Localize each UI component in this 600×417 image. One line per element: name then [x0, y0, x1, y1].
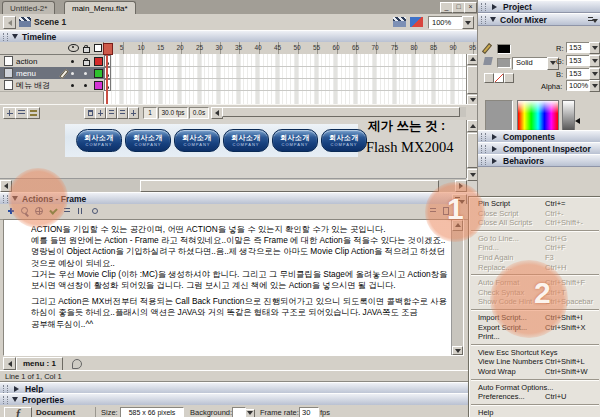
onion-skin-outlines-button[interactable] [117, 107, 128, 119]
stage-nav-button[interactable]: 회사소개COMPANY [125, 129, 171, 152]
layer-lock-dot[interactable] [84, 72, 87, 75]
edit-scene-icon[interactable] [393, 17, 406, 27]
back-button[interactable] [3, 16, 16, 29]
scroll-thumb[interactable] [140, 180, 439, 192]
layer-outline-color[interactable] [94, 57, 103, 66]
panel-grip[interactable] [481, 16, 486, 24]
outline-layers-icon[interactable] [94, 44, 102, 52]
insert-layer-folder-button[interactable] [27, 107, 40, 119]
scroll-thumb[interactable] [222, 107, 460, 117]
pin-script-icon[interactable] [72, 359, 82, 369]
stage-nav-button[interactable]: 회사소개COMPANY [76, 129, 122, 152]
show-code-hint-icon[interactable] [76, 206, 86, 216]
center-frame-button[interactable] [95, 107, 106, 119]
fill-style-dropdown[interactable]: Solid [512, 57, 551, 70]
panel-grip[interactable] [3, 195, 8, 203]
auto-format-icon[interactable] [62, 206, 72, 216]
tab-main-menu-fla[interactable]: main_Menu.fla* [64, 1, 136, 15]
channel-stepper-icon[interactable] [589, 55, 600, 67]
stage-horizontal-scrollbar[interactable] [0, 178, 466, 192]
panel-grip[interactable] [481, 3, 486, 11]
panel-grip[interactable] [481, 133, 486, 141]
stage-nav-button[interactable]: 회사소개COMPANY [174, 129, 220, 152]
stage-nav-button[interactable]: 회사소개COMPANY [272, 129, 318, 152]
show-hide-layers-icon[interactable] [68, 44, 79, 52]
channel-value-input[interactable]: 153 [566, 42, 591, 53]
background-color-swatch[interactable] [232, 407, 246, 417]
layer-visible-dot[interactable] [71, 60, 74, 63]
fill-color-swatch[interactable] [497, 58, 511, 68]
frame-grid[interactable] [104, 54, 466, 104]
script-nav-back-icon[interactable] [3, 357, 16, 370]
layer-name[interactable]: 메뉴 배경 [16, 80, 50, 91]
edit-multiple-frames-button[interactable] [128, 107, 139, 119]
close-button[interactable]: × [464, 2, 477, 13]
add-statement-icon[interactable] [6, 206, 16, 216]
onion-skin-button[interactable] [106, 107, 117, 119]
channel-value-input[interactable]: 153 [566, 68, 591, 79]
timeline-layer-row[interactable]: 메뉴 배경 [0, 79, 104, 92]
timeline-frames[interactable]: 5101520253035404550556065707580859095 [104, 42, 478, 104]
document-size-button[interactable]: 585 x 66 pixels [120, 407, 184, 417]
frame-rate-input[interactable]: 30 [299, 407, 319, 417]
menu-item-word-wrap[interactable]: Word WrapCtrl+Shift+W [469, 367, 600, 377]
channel-value-input[interactable]: 153 [566, 55, 591, 66]
playhead[interactable] [103, 43, 113, 55]
fill-bucket-icon[interactable] [483, 57, 493, 65]
stage-nav-button[interactable]: 회사소개COMPANY [321, 129, 367, 152]
stroke-pencil-icon[interactable] [482, 43, 492, 54]
lock-layers-icon[interactable] [83, 47, 90, 53]
check-syntax-icon[interactable] [48, 206, 58, 216]
menu-item-pin-script[interactable]: Pin ScriptCtrl+= [469, 199, 600, 209]
hscroll-left-icon[interactable] [0, 180, 12, 192]
layer-name[interactable]: menu [16, 69, 36, 78]
find-icon[interactable] [20, 206, 30, 216]
menu-item-export-script[interactable]: Export Script...Ctrl+Shift+X [469, 323, 600, 333]
project-panel-header[interactable]: Project [478, 0, 600, 13]
scroll-up-icon[interactable] [452, 220, 463, 231]
script-vertical-scrollbar[interactable] [451, 220, 463, 355]
no-color-icon[interactable] [494, 73, 504, 83]
view-options-icon[interactable] [428, 206, 438, 216]
layer-lock-dot[interactable] [84, 84, 87, 87]
stage-area[interactable]: 회사소개COMPANY회사소개COMPANY회사소개COMPANY회사소개COM… [0, 120, 478, 192]
default-colors-icon[interactable] [484, 73, 494, 83]
layer-lock-icon[interactable] [83, 60, 90, 66]
zoom-dropdown-button[interactable] [462, 16, 474, 29]
color-mixer-options-icon[interactable] [588, 16, 598, 23]
reference-icon[interactable] [441, 206, 451, 216]
background-dropdown-icon[interactable] [245, 409, 255, 417]
script-tab-menu-1[interactable]: menu : 1 [16, 357, 63, 371]
panel-grip[interactable] [3, 33, 8, 41]
channel-stepper-icon[interactable] [589, 42, 600, 54]
menu-item-preferences[interactable]: Preferences...Ctrl+U [469, 392, 600, 402]
panel-grip[interactable] [3, 385, 8, 393]
menu-item-view-line-numbers[interactable]: View Line NumbersCtrl+Shift+L [469, 357, 600, 367]
stage-nav-bar-artwork[interactable]: 회사소개COMPANY회사소개COMPANY회사소개COMPANY회사소개COM… [65, 124, 358, 157]
insert-target-path-icon[interactable] [34, 206, 44, 216]
behaviors-panel-header[interactable]: Behaviors [478, 154, 600, 167]
menu-item-auto-format-options[interactable]: Auto Format Options... [469, 383, 600, 393]
timeline-horizontal-scrollbar[interactable] [222, 107, 466, 117]
menu-item-view-esc-shortcut-keys[interactable]: View Esc Shortcut Keys [469, 348, 600, 358]
layer-name[interactable]: action [16, 57, 37, 66]
scene-breadcrumb[interactable]: Scene 1 [34, 17, 66, 27]
alpha-stepper-icon[interactable] [589, 80, 600, 92]
layer-outline-color[interactable] [94, 69, 103, 78]
menu-item-import-script[interactable]: Import Script...Ctrl+Shift+I [469, 313, 600, 323]
edit-symbol-icon[interactable] [410, 17, 423, 27]
layer-visible-dot[interactable] [71, 84, 74, 87]
panel-grip[interactable] [481, 145, 486, 153]
menu-item-help[interactable]: Help [469, 408, 600, 417]
swap-colors-icon[interactable] [504, 73, 514, 83]
menu-item-print[interactable]: Print... [469, 332, 600, 342]
alpha-input[interactable]: 100% [566, 80, 591, 91]
panel-grip[interactable] [481, 157, 486, 165]
script-editor[interactable]: ACTION을 기입할 수 있는 공간이며, 어떤 ACTION을 넣을 수 있… [3, 219, 464, 356]
tab-untitled-2[interactable]: Untitled-2* [2, 1, 55, 15]
hscroll-right-icon[interactable] [455, 180, 467, 192]
stage-nav-button[interactable]: 회사소개COMPANY [223, 129, 269, 152]
layer-outline-color[interactable] [94, 81, 103, 90]
debug-options-icon[interactable] [90, 206, 100, 216]
layer-visible-dot[interactable] [71, 72, 74, 75]
